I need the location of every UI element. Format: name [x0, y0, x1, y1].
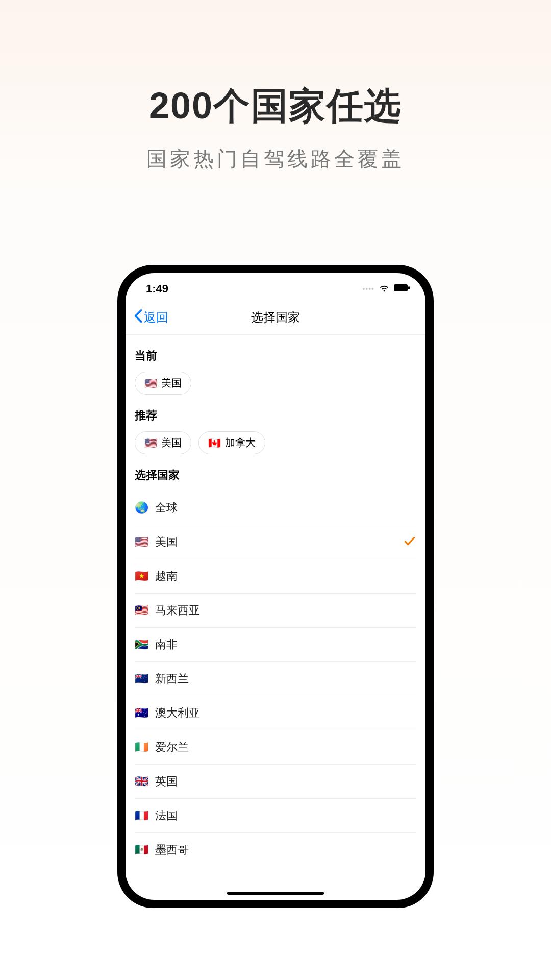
hero-title: 200个国家任选: [149, 82, 402, 131]
country-row[interactable]: 🇮🇪爱尔兰: [135, 730, 416, 765]
flag-icon: 🇺🇸: [144, 377, 157, 389]
country-name: 法国: [155, 808, 416, 823]
country-name: 英国: [155, 774, 416, 789]
country-row[interactable]: 🇺🇸美国: [135, 525, 416, 559]
svg-rect-0: [394, 284, 408, 291]
nav-bar: 返回 选择国家: [126, 299, 425, 335]
svg-rect-1: [408, 286, 410, 289]
chip-label: 美国: [161, 376, 182, 390]
country-name: 越南: [155, 569, 416, 584]
flag-icon: 🇨🇦: [208, 437, 221, 449]
chip-label: 加拿大: [225, 436, 256, 450]
country-row[interactable]: 🇲🇽墨西哥: [135, 833, 416, 867]
country-name: 墨西哥: [155, 842, 416, 857]
status-icons: ••••: [362, 282, 410, 296]
section-current-label: 当前: [135, 348, 416, 363]
country-row[interactable]: 🇳🇿新西兰: [135, 662, 416, 696]
content-scroll[interactable]: 当前 🇺🇸 美国 推荐 🇺🇸美国🇨🇦加拿大 选择国家 🌏全球🇺🇸美国🇻🇳越南🇲🇾…: [126, 335, 425, 900]
check-icon: [403, 534, 416, 550]
section-recommend-label: 推荐: [135, 408, 416, 423]
recommend-chip[interactable]: 🇺🇸美国: [135, 431, 191, 454]
recommend-chip[interactable]: 🇨🇦加拿大: [198, 431, 265, 454]
status-bar: 1:49 ••••: [126, 273, 425, 299]
phone-frame: 1:49 •••• 返回 选择国家 当前: [117, 265, 434, 908]
section-select-label: 选择国家: [135, 468, 416, 483]
country-name: 马来西亚: [155, 603, 416, 618]
flag-icon: 🇿🇦: [135, 638, 148, 651]
chip-label: 美国: [161, 436, 182, 450]
country-name: 爱尔兰: [155, 740, 416, 755]
country-row[interactable]: 🇦🇺澳大利亚: [135, 696, 416, 730]
flag-icon: 🌏: [135, 501, 148, 514]
home-indicator[interactable]: [227, 892, 324, 895]
country-row[interactable]: 🇻🇳越南: [135, 559, 416, 594]
nav-title: 选择国家: [251, 309, 300, 326]
country-name: 新西兰: [155, 671, 416, 687]
country-name: 澳大利亚: [155, 705, 416, 721]
wifi-icon: [379, 282, 390, 296]
country-name: 美国: [155, 534, 396, 550]
country-name: 南非: [155, 637, 416, 652]
flag-icon: 🇺🇸: [135, 535, 148, 549]
flag-icon: 🇬🇧: [135, 775, 148, 788]
country-name: 全球: [155, 500, 416, 516]
flag-icon: 🇫🇷: [135, 809, 148, 822]
flag-icon: 🇳🇿: [135, 672, 148, 685]
status-time: 1:49: [146, 282, 168, 296]
flag-icon: 🇻🇳: [135, 570, 148, 583]
country-row[interactable]: 🇿🇦南非: [135, 628, 416, 662]
phone-screen: 1:49 •••• 返回 选择国家 当前: [126, 273, 425, 900]
back-button[interactable]: 返回: [134, 309, 168, 326]
flag-icon: 🇦🇺: [135, 706, 148, 720]
cellular-dots-icon: ••••: [362, 285, 374, 293]
hero-subtitle: 国家热门自驾线路全覆盖: [146, 145, 405, 173]
battery-icon: [394, 284, 410, 294]
chevron-left-icon: [134, 309, 143, 326]
country-row[interactable]: 🇫🇷法国: [135, 799, 416, 833]
current-country-chip[interactable]: 🇺🇸 美国: [135, 372, 191, 395]
country-row[interactable]: 🇬🇧英国: [135, 765, 416, 799]
back-label: 返回: [144, 309, 168, 326]
flag-icon: 🇲🇾: [135, 604, 148, 617]
flag-icon: 🇺🇸: [144, 437, 157, 449]
country-row[interactable]: 🇲🇾马来西亚: [135, 594, 416, 628]
flag-icon: 🇮🇪: [135, 741, 148, 754]
country-row[interactable]: 🌏全球: [135, 491, 416, 525]
flag-icon: 🇲🇽: [135, 843, 148, 856]
